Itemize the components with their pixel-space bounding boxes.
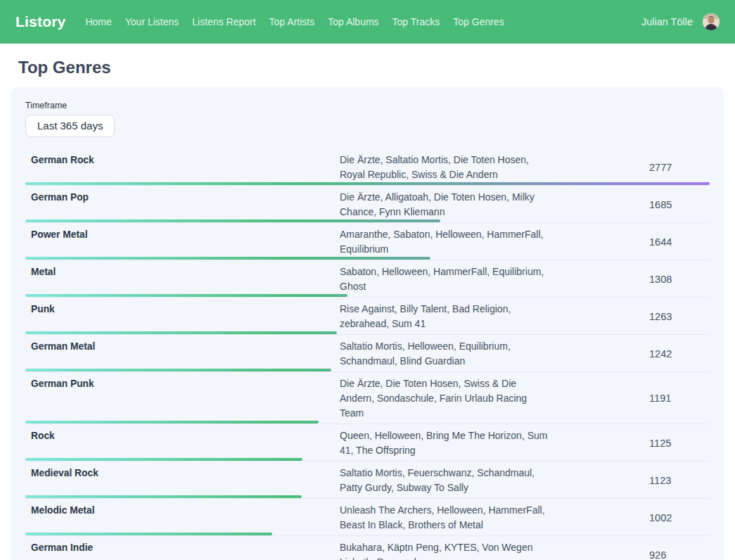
genre-row: Metal Sabaton, Helloween, HammerFall, Eq… <box>25 260 710 298</box>
nav-links: Home Your Listens Listens Report Top Art… <box>85 15 504 28</box>
genre-name: Rock <box>25 428 340 458</box>
genre-row: German Indie Bukahara, Käptn Peng, KYTES… <box>25 536 710 560</box>
genre-name: German Rock <box>25 153 340 182</box>
genre-row: German Punk Die Ärzte, Die Toten Hosen, … <box>25 372 710 424</box>
nav-link-top-tracks[interactable]: Top Tracks <box>392 16 440 27</box>
genre-row: Rock Queen, Helloween, Bring Me The Hori… <box>25 424 710 462</box>
page-title: Top Genres <box>18 58 735 77</box>
genre-count: 1263 <box>548 302 710 331</box>
genre-progress-bar <box>25 458 302 461</box>
genre-progress-bar <box>25 369 331 371</box>
genre-count: 1644 <box>548 227 710 257</box>
genre-row: Power Metal Amaranthe, Sabaton, Hellowee… <box>25 223 710 260</box>
avatar-photo-icon <box>703 13 720 30</box>
genre-artists: Queen, Helloween, Bring Me The Horizon, … <box>340 428 548 458</box>
genre-count: 1308 <box>548 265 710 294</box>
genre-row: German Rock Die Ärzte, Saltatio Mortis, … <box>25 148 710 186</box>
nav-link-top-genres[interactable]: Top Genres <box>453 16 504 27</box>
genre-name: German Metal <box>25 339 340 369</box>
genre-artists: Unleash The Archers, Helloween, HammerFa… <box>340 503 548 533</box>
genre-count: 1002 <box>548 503 710 533</box>
genre-name: German Punk <box>25 376 340 421</box>
top-genres-card: Timeframe Last 365 days German Rock Die … <box>11 87 724 560</box>
genre-progress-bar <box>25 294 347 297</box>
genre-progress-bar <box>25 257 430 260</box>
genre-progress-bar <box>25 182 710 185</box>
genre-name: German Pop <box>25 190 340 219</box>
genre-row: German Pop Die Ärzte, Alligatoah, Die To… <box>25 186 710 223</box>
genre-artists: Saltatio Mortis, Feuerschwanz, Schandmau… <box>340 466 548 495</box>
genre-count: 1242 <box>548 339 710 369</box>
genre-artists: Die Ärzte, Alligatoah, Die Toten Hosen, … <box>340 190 548 219</box>
nav-link-top-albums[interactable]: Top Albums <box>328 16 378 27</box>
timeframe-select-button[interactable]: Last 365 days <box>25 115 115 137</box>
genre-row: Punk Rise Against, Billy Talent, Bad Rel… <box>25 298 710 335</box>
genre-artists: Sabaton, Helloween, HammerFall, Equilibr… <box>340 265 548 294</box>
genre-progress-bar <box>25 495 302 498</box>
user-avatar[interactable] <box>703 13 720 30</box>
genre-artists: Die Ärzte, Die Toten Hosen, Swiss & Die … <box>340 376 548 421</box>
genre-count: 926 <box>548 540 710 560</box>
genre-count: 1125 <box>548 428 710 458</box>
genre-artists: Die Ärzte, Saltatio Mortis, Die Toten Ho… <box>340 153 548 182</box>
timeframe-label: Timeframe <box>25 101 710 110</box>
genre-count: 2777 <box>548 153 710 182</box>
nav-link-listens-report[interactable]: Listens Report <box>192 16 255 27</box>
genre-name: Power Metal <box>25 227 340 257</box>
genre-count: 1123 <box>548 466 710 495</box>
user-name: Julian Tölle <box>641 16 693 27</box>
genre-name: Punk <box>25 302 340 331</box>
genres-table: German Rock Die Ärzte, Saltatio Mortis, … <box>25 148 710 560</box>
genre-artists: Amaranthe, Sabaton, Helloween, HammerFal… <box>340 227 548 257</box>
genre-artists: Rise Against, Billy Talent, Bad Religion… <box>340 302 548 331</box>
genre-name: German Indie <box>25 540 340 560</box>
app-logo[interactable]: Listory <box>15 13 65 30</box>
genre-name: Melodic Metal <box>25 503 340 533</box>
genre-artists: Bukahara, Käptn Peng, KYTES, Von Wegen L… <box>340 540 548 560</box>
genre-artists: Saltatio Mortis, Helloween, Equilibrium,… <box>340 339 548 369</box>
genre-progress-bar <box>25 533 272 535</box>
genre-name: Medieval Rock <box>25 466 340 495</box>
top-navbar: Listory Home Your Listens Listens Report… <box>0 0 735 44</box>
genre-count: 1191 <box>548 376 710 421</box>
nav-link-your-listens[interactable]: Your Listens <box>125 16 179 27</box>
genre-row: Medieval Rock Saltatio Mortis, Feuerschw… <box>25 462 710 499</box>
genre-row: Melodic Metal Unleash The Archers, Hello… <box>25 499 710 536</box>
nav-link-home[interactable]: Home <box>85 16 111 27</box>
nav-link-top-artists[interactable]: Top Artists <box>269 16 315 27</box>
user-menu[interactable]: Julian Tölle <box>641 13 720 30</box>
genre-progress-bar <box>25 421 319 424</box>
genre-progress-bar <box>25 331 337 334</box>
genre-row: German Metal Saltatio Mortis, Helloween,… <box>25 335 710 372</box>
genre-name: Metal <box>25 265 340 294</box>
main-content: Top Genres Timeframe Last 365 days Germa… <box>0 44 735 560</box>
genre-progress-bar <box>25 219 440 222</box>
genre-count: 1685 <box>548 190 710 219</box>
